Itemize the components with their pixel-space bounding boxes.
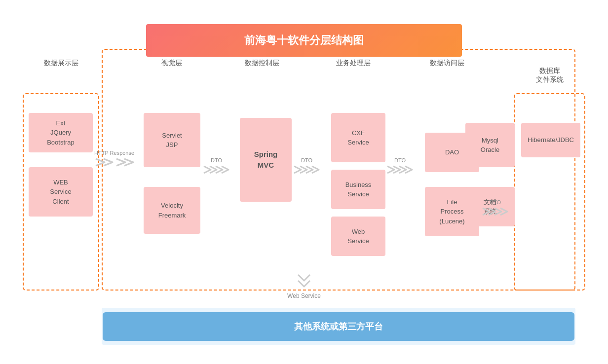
- dto-label-1: DTO: [211, 157, 222, 163]
- box-servlet-jsp: Servlet JSP: [144, 113, 200, 167]
- dto-arrow-4: DTO: [482, 199, 509, 217]
- dto-chevron-4-svg: [482, 206, 509, 217]
- dto-arrow-1: DTO: [203, 157, 230, 175]
- label-data-control: 数据控制层: [232, 59, 292, 68]
- dto-arrow-2: DTO: [293, 157, 320, 175]
- dto-label-4: DTO: [490, 199, 501, 205]
- web-service-down-svg: [296, 274, 312, 291]
- dto-label-2: DTO: [301, 157, 312, 163]
- box-web-service-inner: Web Service: [331, 217, 385, 256]
- box-web-service-client: WEB Service Client: [29, 167, 93, 217]
- box-spring-mvc: Spring MVC: [240, 118, 292, 202]
- label-data-display: 数据展示层: [23, 59, 99, 68]
- dto-chevron-2-svg: [293, 164, 320, 175]
- box-cxf-service: CXF Service: [331, 113, 385, 162]
- label-data-access: 数据访问层: [418, 59, 477, 68]
- http-response-chevron-svg: [95, 157, 134, 168]
- label-database: 数据库 文件系统: [514, 59, 585, 84]
- title-text: 前海粤十软件分层结构图: [244, 34, 364, 46]
- platform-box: 其他系统或第三方平台: [103, 312, 574, 341]
- box-business-service: Business Service: [331, 170, 385, 209]
- box-hibernate: Hibernate/JDBC: [521, 123, 580, 157]
- web-service-bottom-label: Web Service: [287, 292, 321, 299]
- diagram-container: 前海粤十软件分层结构图 数据展示层 视觉层 数据控制层 业务处理层 数据访问层 …: [13, 9, 595, 355]
- label-business: 业务处理层: [324, 59, 383, 68]
- box-ext: Ext JQuery Bootstrap: [29, 113, 93, 152]
- title-bar: 前海粤十软件分层结构图: [146, 24, 462, 57]
- dto-chevron-3-svg: [386, 164, 414, 175]
- box-velocity: Velocity Freemark: [144, 187, 200, 234]
- http-response-label: HTTP Response: [94, 150, 134, 156]
- http-response-arrow: HTTP Response: [94, 150, 134, 168]
- label-visual: 视觉层: [147, 59, 196, 68]
- dto-arrow-3: DTO: [386, 157, 414, 175]
- box-mysql-oracle: Mysql Oracle: [465, 123, 515, 167]
- dto-chevron-1-svg: [203, 164, 230, 175]
- dto-label-3: DTO: [394, 157, 406, 163]
- web-service-bottom-arrow: Web Service: [287, 274, 321, 299]
